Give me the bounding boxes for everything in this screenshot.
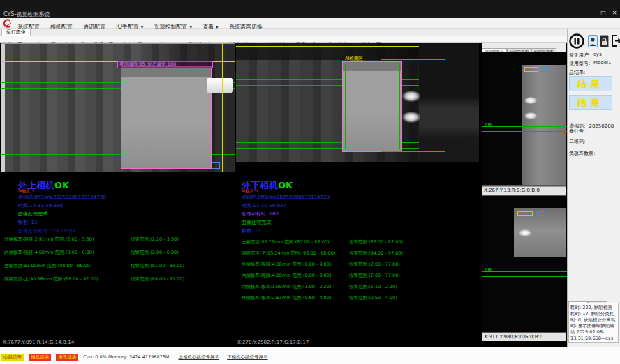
camera-image-lower[interactable]: AI检测区	[236, 43, 479, 162]
tag-marker-blue	[541, 67, 549, 72]
preview-view-2[interactable]: OK	[482, 195, 566, 333]
user-icon	[589, 36, 597, 47]
pixel-coordinates-readout: X:7677;Y:891;R:14;G:14;B:14	[3, 340, 74, 345]
green-measure-line	[482, 126, 567, 127]
top-edge-line	[1, 43, 235, 44]
minimize-button[interactable]: —	[585, 9, 596, 17]
tool-bar: 相机配置 AI使用配置 相机调试 高级设置 点检设置 ▾ 图像处理 ▾ 基准线参…	[0, 36, 567, 43]
glare-spot	[402, 112, 420, 123]
blue-marker-box	[212, 162, 220, 169]
logout-button[interactable]	[611, 34, 620, 47]
battery-cell-region	[121, 66, 212, 169]
green-measure-line	[482, 276, 567, 277]
app-window: CYS-视觉检测系统 — □ ✕ 系统配置 相机配置 通讯配置 IO手配置 ▾ …	[0, 0, 620, 364]
lock-icon	[600, 36, 608, 47]
ai-time-line: 处理AI耗时: 160	[242, 211, 279, 218]
user-button[interactable]	[588, 35, 598, 47]
camera-view-lower[interactable]: AI检测区 外下相机OK M触发:0 虚拟码:0ff1ime2025020813…	[236, 43, 479, 347]
window-title: CYS-视觉检测系统	[3, 10, 50, 18]
model-label: 使用型号:	[569, 60, 590, 67]
green-edge-line	[124, 70, 124, 167]
glare-spot	[519, 229, 531, 236]
tag-marker-yellow	[517, 211, 533, 216]
measurement-row: 内侧极耳-隔膜:4.28mm 范围:(0.00 - 9.00)	[242, 273, 331, 279]
process-time-line: 图像处理耗时: 256.00ms	[18, 227, 75, 234]
alarm-range: 报警范围:(2.00 - 6.00)	[131, 250, 179, 256]
tag-marker-blue	[537, 211, 545, 216]
alarm-range: 报警范围:(1.10 - 2.10)	[349, 284, 397, 290]
menu-bar: 系统配置 相机配置 通讯配置 IO手配置 ▾ 光源控制配置 ▾ 查看 ▾ 系统语…	[0, 18, 620, 29]
tag-marker-yellow	[524, 67, 538, 72]
camera-view-upper[interactable]: 灰度阈值:93, 动态阈值:100 外上相机OK M触发:1 虚拟码:0ff1i…	[1, 43, 235, 347]
alarm-range: 报警范围:(2.20 - 3.30)	[131, 236, 179, 243]
pixel-coordinates-readout: X:267;Y:13;R:0;G:0;B:0	[482, 186, 566, 195]
preview-view-1[interactable]: OK	[482, 52, 566, 186]
pause-button[interactable]	[569, 33, 584, 49]
green-measure-line	[482, 131, 567, 132]
title-bar	[0, 0, 620, 18]
yellow-boundary-line	[222, 43, 223, 172]
neg-tab-count-label: 负极耳数量:	[569, 150, 595, 157]
status-bar: 心跳信号 相机连接 通讯连接 Cpu: 0.0% Memory: 3424.41…	[0, 347, 620, 364]
app-logo-icon	[2, 19, 12, 28]
camera-link-status-badge: 相机连接	[29, 354, 51, 361]
pixel-coordinates-readout: X:311;Y:980;R:0;G:0;B:0	[482, 333, 566, 341]
alarm-range: 报警范围:(81.00 - 85.00)	[131, 263, 184, 269]
measurement-row: 主极宽度:83.05mm 范围:(80.00 - 86.00)	[4, 263, 91, 269]
login-user-label: 登录用户:	[569, 52, 590, 59]
measurement-row: 外侧极耳-隔膜:4.38mm 范围:(0.00 - 9.00)	[242, 261, 331, 268]
image-edge-highlight	[1, 43, 5, 172]
cpu-memory-readout: Cpu: 0.0% Memory: 3424.41796875M	[83, 354, 169, 360]
pin-number-label: 卷针号:	[569, 128, 585, 135]
time-line: 时间:13-31-59-650	[18, 202, 63, 209]
preview-status: OK	[485, 267, 492, 273]
info-tab-strip: 运行信息抛废信息辅助信息	[568, 296, 619, 303]
view-tab-strip	[0, 29, 567, 36]
measurement-row: 外侧极耳-极耳:2.61mm 范围:(0.60 - 4.00)	[242, 295, 331, 301]
time-line: 时间:13-31-59-627	[242, 202, 286, 209]
preview-tab-strip: 辅助图显示纠偏内视图纠偏外视图	[482, 43, 566, 52]
result-ok: OK	[278, 180, 293, 190]
preview-status: OK	[485, 122, 492, 128]
virtual-code-value: 20250208	[589, 123, 614, 129]
green-measure-line	[482, 271, 567, 272]
login-user-value: cys	[593, 52, 602, 57]
glare-spot	[524, 112, 537, 119]
upper-camera-heartbeat-status: 上相机心跳信号异常	[179, 354, 220, 360]
frame-count-line: 帧数: 13	[18, 219, 38, 226]
lower-camera-heartbeat-status: 下相机心跳信号异常	[227, 354, 268, 360]
frame-count-line: 帧数: 13	[242, 227, 261, 234]
alarm-range: 报警范围:(0.60 - 4.00)	[349, 295, 397, 301]
measurement-row: 隔膜宽度-上:90.56mm 范围:(88.00 - 92.00)	[4, 276, 98, 282]
heartbeat-status-badge: 心跳信号	[1, 354, 24, 361]
lock-button[interactable]	[600, 35, 609, 47]
alarm-range: 报警范围:(89.00 - 91.00)	[131, 276, 184, 282]
alarm-range: 报警范围:(2.00 - 77.00)	[349, 273, 400, 279]
glare-spot	[402, 91, 420, 102]
preview-cell-band	[522, 65, 566, 185]
qr-code-label: 二维码:	[569, 138, 585, 145]
run-info-textbox[interactable]: 耗时: 222, 缺陷检测耗时: 17, 缺陷分类耗时: 0, 缺陷模块分离耗时…	[568, 303, 619, 343]
maximize-button[interactable]: □	[598, 9, 609, 17]
result-badge-lower: 结果	[569, 95, 612, 110]
result-ok: OK	[54, 180, 69, 190]
measurement-row: 外侧极耳-隔膜:2.91mm 范围:(2.00 - 3.50)	[4, 236, 94, 243]
green-edge-line	[345, 64, 346, 149]
pixel-coordinates-readout: X:270;Y:2502;R:17;G:17;B:17	[237, 340, 309, 345]
close-button[interactable]: ✕	[609, 9, 620, 17]
tab-run-image[interactable]: 运行图像	[1, 29, 31, 36]
ai-detect-rect-inner	[397, 66, 420, 149]
ai-zone-label: AI检测区	[345, 56, 363, 62]
alarm-range: 报警范围:(83.00 - 87.00)	[349, 239, 403, 245]
threshold-label: 灰度阈值:93, 动态阈值:100	[117, 61, 213, 68]
measurement-row: 主极宽度:83.77mm 范围:(82.00 - 88.00)	[242, 239, 329, 245]
barcode-line: 虚拟码:0ff1ime20250208133134728	[18, 194, 106, 201]
alarm-range: 报警范围:(2.00 - 77.00)	[349, 261, 400, 268]
alarm-range: 报警范围:(94.00 - 97.00)	[349, 250, 403, 257]
measurement-row: 隔膜宽度-下:95.24mm 范围:(93.00 - 98.00)	[242, 250, 335, 257]
barcode-line: 虚拟码:0ff1ime20250208133134728	[242, 194, 330, 201]
gripper-part	[207, 78, 233, 93]
logout-icon	[611, 34, 620, 47]
camera-image-upper[interactable]: 灰度阈值:93, 动态阈值:100	[1, 43, 235, 172]
total-result-label: 总结果:	[569, 69, 585, 76]
